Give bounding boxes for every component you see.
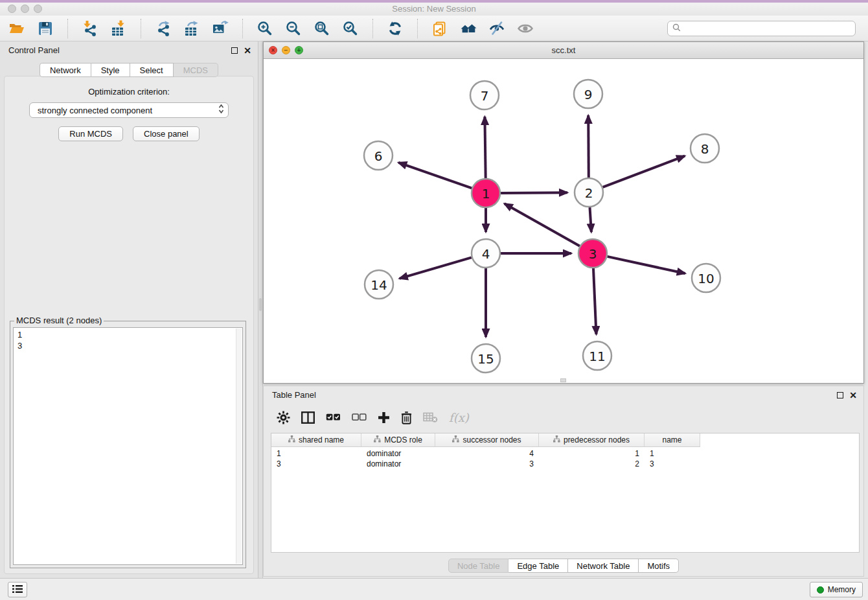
edge-3-11[interactable]	[593, 268, 597, 334]
close-table-panel-icon[interactable]: ✕	[849, 392, 857, 398]
search-icon	[672, 23, 681, 34]
hide-panel-button[interactable]	[485, 17, 508, 40]
node-3[interactable]: 3	[578, 239, 607, 268]
zoom-out-button[interactable]	[282, 17, 305, 40]
zoom-fit-button[interactable]	[310, 17, 334, 40]
float-panel-icon[interactable]	[231, 47, 238, 54]
edge-4-14[interactable]	[400, 257, 472, 278]
table-cell: 2	[539, 459, 645, 468]
node-7[interactable]: 7	[470, 81, 499, 110]
edge-2-8[interactable]	[603, 156, 685, 187]
tab-mcds[interactable]: MCDS	[174, 63, 218, 77]
column-header-predecessor-nodes[interactable]: predecessor nodes	[539, 433, 645, 446]
tab-select[interactable]: Select	[130, 63, 174, 77]
panel-splitter[interactable]	[258, 41, 263, 578]
network-canvas[interactable]: 1234678910111415	[264, 60, 863, 383]
edge-3-1[interactable]	[505, 203, 580, 246]
edge-2-3[interactable]	[590, 207, 591, 232]
export-network-button[interactable]	[152, 17, 175, 40]
tab-node-table[interactable]: Node Table	[448, 559, 509, 573]
table-cell: 1	[539, 449, 645, 458]
node-14[interactable]: 14	[365, 270, 393, 299]
node-9[interactable]: 9	[574, 80, 602, 108]
toolbar-separator	[372, 19, 373, 38]
export-image-button[interactable]	[209, 17, 232, 40]
svg-text:11: 11	[589, 349, 605, 364]
table-row[interactable]: 3dominator323	[271, 459, 859, 469]
edge-1-7[interactable]	[485, 117, 485, 178]
network-resize-grip[interactable]	[560, 378, 566, 382]
search-input[interactable]	[684, 22, 851, 35]
close-window-button[interactable]	[8, 5, 16, 13]
table-panel-header: Table Panel ✕	[264, 386, 863, 403]
run-mcds-button[interactable]: Run MCDS	[58, 126, 123, 141]
table-settings-button[interactable]	[277, 408, 290, 427]
float-table-panel-icon[interactable]	[837, 392, 843, 398]
tab-network-table[interactable]: Network Table	[568, 559, 639, 573]
export-table-button[interactable]	[180, 17, 203, 40]
import-table-button[interactable]	[107, 17, 130, 40]
zoom-window-button[interactable]	[34, 5, 42, 13]
show-all-networks-button[interactable]	[457, 17, 480, 40]
memory-button[interactable]: Memory	[810, 582, 863, 597]
delete-row-button[interactable]	[401, 408, 412, 427]
table-row[interactable]: 1dominator411	[271, 448, 859, 459]
node-11[interactable]: 11	[583, 341, 611, 370]
network-close-button[interactable]: ×	[269, 46, 277, 54]
show-panel-button[interactable]	[514, 17, 537, 40]
column-header-successor-nodes[interactable]: successor nodes	[435, 433, 539, 446]
node-15[interactable]: 15	[472, 344, 500, 373]
close-panel-icon[interactable]: ✕	[244, 47, 251, 54]
network-canvas-svg: 1234678910111415	[264, 60, 863, 384]
edge-2-9[interactable]	[588, 115, 589, 178]
network-window-titlebar: × − + scc.txt	[264, 42, 863, 59]
delete-table-button[interactable]	[423, 408, 438, 427]
tab-edge-table[interactable]: Edge Table	[508, 559, 568, 573]
edge-1-6[interactable]	[398, 163, 472, 189]
import-network-button[interactable]	[78, 17, 102, 40]
tab-motifs[interactable]: Motifs	[639, 559, 679, 573]
tab-network[interactable]: Network	[40, 63, 91, 77]
column-browser-button[interactable]	[301, 408, 315, 427]
splitter-grip[interactable]	[259, 298, 262, 311]
table-toolbar: f(x)	[270, 404, 857, 430]
node-1[interactable]: 1	[472, 179, 500, 207]
function-builder-button[interactable]: f(x)	[449, 408, 469, 427]
minimize-window-button[interactable]	[21, 5, 29, 13]
deselect-all-button[interactable]	[352, 408, 367, 427]
network-maximize-button[interactable]: +	[295, 46, 303, 54]
network-window-title: scc.txt	[264, 42, 863, 58]
criterion-dropdown[interactable]: strongly connected component	[29, 102, 229, 118]
search-box[interactable]	[667, 21, 856, 36]
node-4[interactable]: 4	[472, 239, 500, 268]
edge-3-10[interactable]	[608, 257, 685, 273]
column-header-mcds-role[interactable]: MCDS role	[361, 433, 435, 446]
tab-style[interactable]: Style	[91, 63, 130, 77]
clone-network-button[interactable]	[428, 17, 451, 40]
network-minimize-button[interactable]: −	[282, 46, 290, 54]
edge-1-2[interactable]	[501, 192, 567, 193]
refresh-view-button[interactable]	[383, 17, 407, 40]
save-session-button[interactable]	[34, 17, 57, 40]
column-header-name[interactable]: name	[645, 433, 700, 446]
mcds-tab-content: Optimization criterion: strongly connect…	[4, 76, 254, 574]
node-10[interactable]: 10	[692, 264, 720, 292]
task-history-button[interactable]	[8, 582, 27, 597]
node-2[interactable]: 2	[575, 178, 603, 207]
node-6[interactable]: 6	[364, 141, 393, 170]
result-scrollbar[interactable]	[236, 329, 242, 564]
zoom-in-button[interactable]	[253, 17, 277, 40]
close-panel-button[interactable]: Close panel	[133, 126, 200, 141]
zoom-selected-button[interactable]	[339, 17, 362, 40]
select-all-button[interactable]	[326, 408, 341, 427]
result-line: 3	[17, 340, 238, 351]
node-8[interactable]: 8	[691, 134, 719, 163]
open-session-button[interactable]	[5, 17, 29, 40]
add-row-button[interactable]	[378, 408, 390, 427]
mcds-result-text[interactable]: 13	[13, 327, 243, 565]
window-title: Session: New Session	[0, 3, 868, 16]
column-header-shared-name[interactable]: shared name	[271, 433, 361, 446]
table-header-row: shared nameMCDS rolesuccessor nodesprede…	[271, 433, 700, 447]
svg-text:1: 1	[482, 186, 490, 202]
dropdown-stepper-icon	[218, 104, 224, 117]
